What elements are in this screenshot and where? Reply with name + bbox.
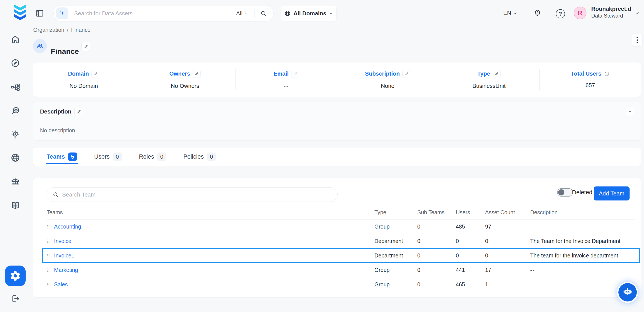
drag-handle-icon[interactable] [46, 282, 50, 287]
search-scope-dropdown[interactable]: All [236, 10, 248, 17]
sidebar-toggle-button[interactable] [34, 8, 45, 19]
user-menu-chevron-icon[interactable] [634, 11, 640, 16]
glossary-book-icon [10, 201, 20, 211]
chevron-down-icon [329, 11, 333, 16]
global-search-bar[interactable]: Search for Data Assets All [54, 5, 274, 22]
globe-icon [284, 10, 291, 17]
column-header-asset-count: Asset Count [485, 209, 530, 216]
breadcrumb-organization[interactable]: Organization [33, 27, 64, 33]
settings-gear-icon [10, 270, 21, 281]
team-search-input[interactable]: Search Team [46, 187, 338, 202]
column-header-users: Users [456, 209, 485, 216]
help-button[interactable]: ? [556, 9, 565, 19]
bell-icon [533, 9, 542, 18]
edit-subscription-button[interactable] [402, 70, 410, 78]
search-submit-button[interactable] [260, 10, 267, 17]
sidebar-item-explore[interactable] [10, 58, 21, 69]
table-row-marketing: Marketing Group 0 441 17 -- [46, 263, 635, 277]
drag-handle-icon[interactable] [46, 239, 50, 244]
collapse-description-button[interactable] [626, 107, 634, 116]
team-link[interactable]: Invoice [54, 238, 71, 244]
chevron-down-icon [244, 11, 248, 16]
pencil-icon [76, 109, 82, 114]
column-header-description: Description [530, 209, 635, 216]
deleted-toggle-label: Deleted [572, 189, 592, 196]
notifications-button[interactable] [533, 9, 542, 18]
tab-users[interactable]: Users 0 [94, 152, 122, 161]
user-avatar[interactable]: R [574, 7, 586, 19]
team-link[interactable]: Accounting [54, 223, 81, 230]
teams-table: Teams Type Sub Teams Users Asset Count D… [46, 205, 635, 292]
global-search-input[interactable]: Search for Data Assets [74, 10, 236, 17]
explore-compass-icon [10, 58, 20, 68]
toggle-knob [558, 189, 564, 195]
info-field-subscription: Subscription None [337, 62, 438, 97]
drag-handle-icon[interactable] [46, 253, 50, 258]
manage-menu-button[interactable] [632, 34, 642, 47]
app-logo[interactable] [8, 4, 32, 22]
user-role: Data Steward [591, 13, 631, 19]
breadcrumb-finance[interactable]: Finance [71, 27, 90, 33]
sidebar-item-settings[interactable] [5, 265, 26, 286]
tab-roles[interactable]: Roles 0 [139, 152, 166, 161]
pencil-icon [194, 72, 199, 76]
sidebar-item-home[interactable] [10, 34, 21, 45]
deleted-toggle[interactable] [557, 188, 573, 197]
edit-type-button[interactable] [493, 70, 501, 78]
chevron-up-icon [628, 109, 632, 114]
edit-owners-button[interactable] [193, 70, 201, 78]
tab-policies-count-badge: 0 [207, 152, 216, 161]
description-label: Description [40, 108, 71, 115]
table-header-row: Teams Type Sub Teams Users Asset Count D… [46, 205, 635, 220]
edit-domain-button[interactable] [92, 70, 99, 78]
tab-policies[interactable]: Policies 0 [183, 152, 216, 161]
assistant-bot-button[interactable] [618, 283, 637, 301]
info-circle-icon [604, 71, 610, 77]
team-link[interactable]: Marketing [54, 267, 78, 273]
info-field-type: Type BusinessUnit [438, 62, 540, 97]
add-team-button[interactable]: Add Team [594, 187, 630, 201]
edit-team-name-button[interactable] [82, 42, 90, 51]
sidebar-item-insights[interactable] [10, 129, 21, 140]
drag-handle-icon[interactable] [46, 224, 50, 229]
sidebar-divider [4, 261, 26, 261]
sidebar-item-glossary[interactable] [10, 200, 21, 211]
sidebar-item-govern[interactable] [10, 176, 21, 187]
search-divider [254, 9, 254, 18]
sidebar-item-logout[interactable] [10, 293, 21, 304]
home-icon [10, 34, 20, 45]
pencil-icon [83, 44, 88, 49]
tab-teams-count-badge: 5 [68, 152, 77, 161]
sidebar-item-domains[interactable] [10, 152, 21, 163]
language-dropdown[interactable]: EN [503, 10, 517, 17]
tab-teams[interactable]: Teams 5 [46, 152, 77, 161]
team-avatar [33, 39, 47, 53]
edit-email-button[interactable] [291, 70, 299, 78]
edit-description-button[interactable] [74, 107, 83, 116]
tab-roles-count-badge: 0 [157, 152, 166, 161]
all-domains-dropdown[interactable]: All Domains [281, 5, 336, 22]
user-menu[interactable]: Rounakpreet.d Data Steward [591, 5, 631, 19]
pencil-icon [293, 72, 298, 76]
breadcrumb: Organization / Finance [33, 27, 90, 33]
info-field-total-users: Total Users 657 [540, 62, 641, 97]
drag-handle-icon[interactable] [46, 267, 50, 273]
team-link[interactable]: Invoice1 [54, 252, 74, 259]
tabs-bar: Teams 5 Users 0 Roles 0 Policies 0 [33, 147, 641, 166]
pencil-icon [93, 72, 98, 76]
domains-globe-icon [10, 153, 20, 163]
table-row-accounting: Accounting Group 0 485 97 -- [46, 220, 635, 234]
panel-toggle-icon [35, 9, 44, 18]
data-flow-icon [10, 82, 20, 92]
search-icon [47, 192, 59, 198]
sidebar-item-observability[interactable] [10, 105, 21, 116]
table-row-invoice: Invoice Department 0 0 0 The Team for th… [46, 234, 635, 248]
question-mark-icon: ? [559, 11, 562, 17]
sidebar-item-data-flow[interactable] [10, 82, 21, 93]
team-link[interactable]: Sales [54, 281, 68, 288]
robot-icon [622, 286, 633, 298]
govern-bank-icon [10, 177, 20, 187]
ai-sparkle-icon[interactable] [56, 8, 68, 19]
table-row-sales: Sales Group 0 465 1 -- [46, 277, 635, 292]
user-name: Rounakpreet.d [591, 5, 631, 13]
